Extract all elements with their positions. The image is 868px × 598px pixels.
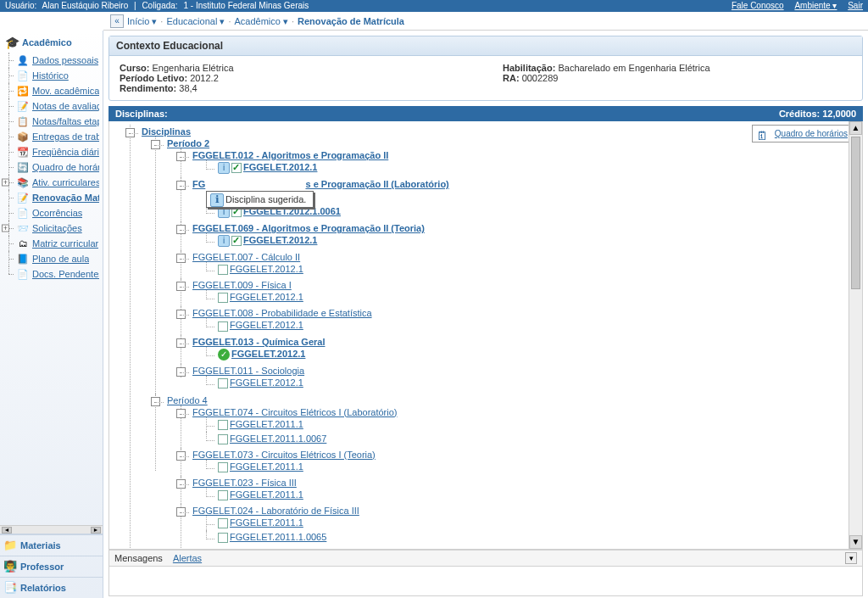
vscrollbar[interactable]: ▲ ▼: [849, 121, 862, 549]
fale-conosco-link[interactable]: Fale Conosco: [732, 1, 784, 10]
sidebar-item-solicitacoes[interactable]: +📨Solicitações: [2, 221, 101, 236]
ambiente-menu[interactable]: Ambiente ▾: [794, 1, 837, 10]
tree-periodo2[interactable]: Período 2: [167, 138, 209, 148]
tree-disc[interactable]: FGGELET.011 - Sociologia: [192, 366, 304, 376]
class-link[interactable]: FGGELET.2011.1.0067: [230, 433, 326, 444]
class-link[interactable]: FGGELET.2012.1: [230, 264, 303, 274]
collapse-icon[interactable]: -: [151, 397, 160, 406]
class-link[interactable]: FGGELET.2011.1: [230, 489, 303, 500]
tree-disc[interactable]: FGGELET.013 - Química Geral: [192, 337, 326, 347]
sidebar-item-matriz[interactable]: 🗂Matriz curricular: [2, 236, 101, 251]
book-icon: 📘: [17, 253, 29, 265]
tree-disc[interactable]: FGGELET.073 - Circuitos Elétricos I (Teo…: [192, 450, 376, 460]
breadcrumb-back-button[interactable]: «: [110, 14, 124, 28]
collapse-icon[interactable]: -: [176, 338, 186, 348]
sidebar-section-materiais[interactable]: 📁Materiais: [0, 534, 103, 556]
tree-disc[interactable]: FGGELET.069 - Algoritmos e Programação I…: [192, 223, 425, 233]
class-link[interactable]: FGGELET.2011.1: [230, 419, 303, 429]
collapse-icon[interactable]: -: [176, 181, 186, 190]
sidebar-item-quadro-horarios[interactable]: 🔄Quadro de horários: [2, 159, 101, 175]
checkbox[interactable]: [218, 518, 228, 528]
sidebar-item-renovacao[interactable]: 📝Renovação Matríc: [2, 190, 101, 205]
class-link[interactable]: FGGELET.2012.1: [243, 162, 317, 172]
sidebar-item-mov-academica[interactable]: 🔁Mov. acadêmica: [2, 83, 101, 98]
class-link[interactable]: FGGELET.2011.1: [230, 517, 303, 528]
collapse-icon[interactable]: -: [176, 479, 186, 489]
collapse-icon[interactable]: -: [176, 507, 186, 517]
checkbox[interactable]: [218, 321, 228, 332]
class-link[interactable]: FGGELET.2012.1: [230, 320, 303, 330]
scroll-thumb[interactable]: [851, 137, 860, 289]
checkbox[interactable]: [218, 533, 228, 543]
sidebar-hscroll[interactable]: ◄ ►: [0, 525, 103, 534]
checkbox[interactable]: [218, 265, 228, 275]
sidebar-item-entregas[interactable]: 📦Entregas de trab./a: [2, 129, 101, 144]
scroll-down-icon[interactable]: ▼: [849, 535, 862, 549]
class-link[interactable]: FGGELET.2011.1.0065: [230, 532, 326, 542]
collapse-icon[interactable]: -: [176, 254, 186, 263]
sidebar-item-frequencia[interactable]: 📆Freqüência diária: [2, 144, 101, 159]
sidebar-item-dados-pessoais[interactable]: 👤Dados pessoais: [2, 53, 101, 68]
info-icon[interactable]: i: [218, 162, 230, 174]
checkbox[interactable]: [218, 490, 228, 500]
checkbox-checked[interactable]: [231, 163, 242, 173]
tree-disc[interactable]: FGGELET.012 - Algoritmos e Programação I…: [192, 150, 388, 160]
collapse-icon[interactable]: -: [151, 140, 160, 149]
tab-alertas[interactable]: Alertas: [173, 553, 202, 563]
checkbox-checked[interactable]: [231, 207, 242, 217]
scroll-left-icon[interactable]: ◄: [2, 527, 12, 534]
sidebar-item-ocorrencias[interactable]: 📄Ocorrências: [2, 205, 101, 221]
sidebar-item-historico[interactable]: 📄Histórico: [2, 68, 101, 83]
collapse-icon[interactable]: -: [176, 451, 186, 461]
tree-disc[interactable]: FGGELET.023 - Física III: [192, 478, 297, 488]
tree-disc[interactable]: FGGELET.009 - Física I: [192, 280, 292, 290]
breadcrumb-academico[interactable]: Acadêmico ▾: [234, 12, 287, 31]
class-link[interactable]: FGGELET.2011.1: [230, 461, 303, 472]
tab-mensagens[interactable]: Mensagens: [114, 553, 163, 563]
class-link[interactable]: FGGELET.2012.1: [230, 377, 303, 388]
dropdown-icon[interactable]: ▾: [845, 552, 857, 564]
tree-periodo4[interactable]: Período 4: [167, 395, 208, 405]
sidebar-item-notas-faltas[interactable]: 📋Notas/faltas etapas: [2, 114, 101, 129]
class-link[interactable]: FGGELET.2012.1: [230, 292, 303, 302]
collapse-icon[interactable]: -: [176, 225, 186, 234]
sidebar-item-notas-avaliacoes[interactable]: 📝Notas de avaliações: [2, 98, 101, 114]
periodo-value: 2012.2: [190, 73, 219, 83]
tree-disc[interactable]: FGGELET.007 - Cálculo II: [192, 252, 300, 262]
class-link[interactable]: FGGELET.2012.1: [231, 349, 305, 359]
breadcrumb-inicio[interactable]: Início ▾: [127, 12, 157, 31]
class-link[interactable]: FGGELET.2012.1: [243, 235, 317, 245]
scroll-up-icon[interactable]: ▲: [849, 121, 862, 135]
tree-disc[interactable]: FGGELET.024 - Laboratório de Física III: [192, 506, 359, 516]
tree-root[interactable]: Disciplinas: [142, 126, 191, 137]
collapse-icon[interactable]: -: [176, 367, 186, 377]
tree-panel[interactable]: Quadro de horários ▲ ▼ - Disciplinas - P…: [108, 121, 863, 550]
info-icon[interactable]: i: [218, 235, 230, 247]
scroll-right-icon[interactable]: ►: [91, 527, 101, 534]
sidebar-section-professor[interactable]: 👨‍🏫Professor: [0, 556, 103, 577]
sair-link[interactable]: Sair: [848, 1, 863, 10]
sidebar-section-relatorios[interactable]: 📑Relatórios: [0, 577, 103, 598]
sidebar-item-plano-aula[interactable]: 📘Plano de aula: [2, 251, 101, 266]
checkbox[interactable]: [218, 378, 228, 388]
collapse-icon[interactable]: -: [176, 409, 186, 418]
collapse-icon[interactable]: -: [176, 152, 186, 161]
checkbox[interactable]: [218, 293, 228, 303]
tree-disc[interactable]: FGGELET.074 - Circuitos Elétricos I (Lab…: [192, 407, 397, 417]
collapse-icon[interactable]: -: [176, 282, 186, 291]
sidebar-head-academico[interactable]: 🎓 Acadêmico: [2, 34, 101, 53]
checkbox[interactable]: [218, 434, 228, 444]
user-label: Usuário:: [5, 1, 36, 10]
checkbox[interactable]: [218, 462, 228, 472]
sidebar-item-ativ-curriculares[interactable]: +📚Ativ. curriculares: [2, 175, 101, 190]
breadcrumb-educacional[interactable]: Educacional ▾: [166, 12, 225, 31]
checkbox[interactable]: [218, 420, 228, 430]
tree-disc[interactable]: FGGELET.008 - Probabilidade e Estatístic…: [192, 308, 372, 318]
collapse-icon[interactable]: -: [125, 128, 135, 137]
info-icon[interactable]: i: [218, 206, 230, 218]
collapse-icon[interactable]: -: [176, 310, 186, 319]
graduation-icon: 🎓: [5, 36, 19, 49]
sidebar-item-docs-pendentes[interactable]: 📄Docs. Pendentes: [2, 266, 101, 282]
tree-disc[interactable]: FGGELET.070 - Algoritmos e Programação I…: [192, 179, 449, 189]
checkbox-checked[interactable]: [231, 236, 242, 246]
